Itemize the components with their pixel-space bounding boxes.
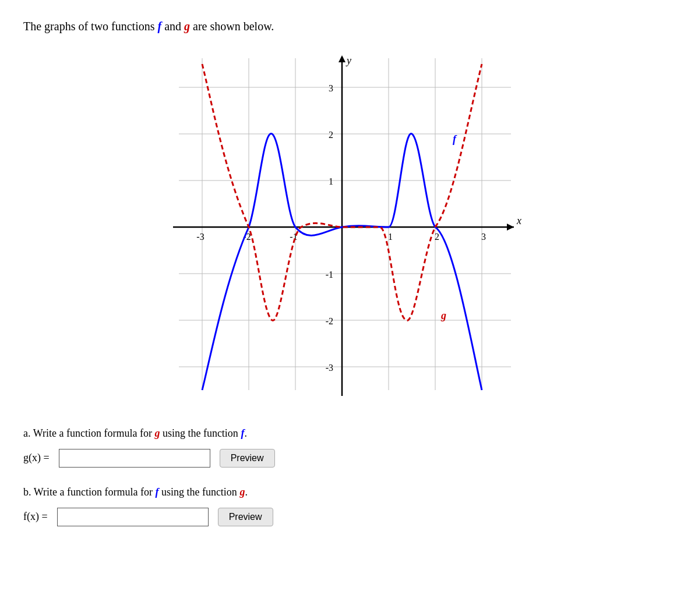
svg-text:-1: -1	[326, 270, 333, 279]
svg-text:2: 2	[435, 232, 439, 242]
part-b-input-row: f(x) = Preview	[23, 508, 661, 526]
y-axis-label: y	[345, 55, 351, 66]
part-a-label: a.	[23, 427, 31, 439]
intro-text-after: are shown below.	[190, 20, 274, 33]
part-a-input-row: g(x) = Preview	[23, 449, 661, 468]
part-a-description: a. Write a function formula for g using …	[23, 425, 661, 442]
part-a-input[interactable]	[59, 449, 210, 468]
svg-text:1: 1	[329, 176, 333, 186]
part-b-input[interactable]	[57, 508, 209, 526]
svg-text:-2: -2	[326, 316, 333, 326]
svg-text:1: 1	[388, 232, 393, 242]
part-b-formula-label: f(x) =	[23, 508, 48, 525]
intro-text-before: The graphs of two functions	[23, 20, 158, 33]
coordinate-graph: .grid-line { stroke: #bbb; stroke-width:…	[150, 47, 534, 408]
g-curve-label: g	[440, 310, 446, 321]
g-label-intro: g	[184, 20, 190, 33]
part-b-preview-button[interactable]: Preview	[218, 508, 273, 526]
svg-marker-13	[507, 224, 514, 231]
part-a-preview-button[interactable]: Preview	[220, 449, 275, 468]
svg-text:2: 2	[329, 130, 333, 140]
intro-paragraph: The graphs of two functions f and g are …	[23, 17, 661, 35]
intro-and: and	[161, 20, 184, 33]
f-curve-label: f	[453, 133, 457, 145]
part-b-label: b.	[23, 486, 31, 498]
part-a-section: a. Write a function formula for g using …	[23, 425, 661, 468]
part-b-section: b. Write a function formula for f using …	[23, 484, 661, 526]
svg-text:3: 3	[481, 232, 486, 242]
svg-text:-3: -3	[326, 363, 333, 373]
part-b-description: b. Write a function formula for f using …	[23, 484, 661, 501]
graph-container: .grid-line { stroke: #bbb; stroke-width:…	[23, 47, 661, 408]
svg-text:3: 3	[329, 83, 333, 93]
part-a-formula-label: g(x) =	[23, 449, 50, 466]
svg-text:-3: -3	[196, 232, 204, 242]
x-axis-label: x	[516, 215, 521, 226]
svg-marker-15	[339, 55, 345, 62]
